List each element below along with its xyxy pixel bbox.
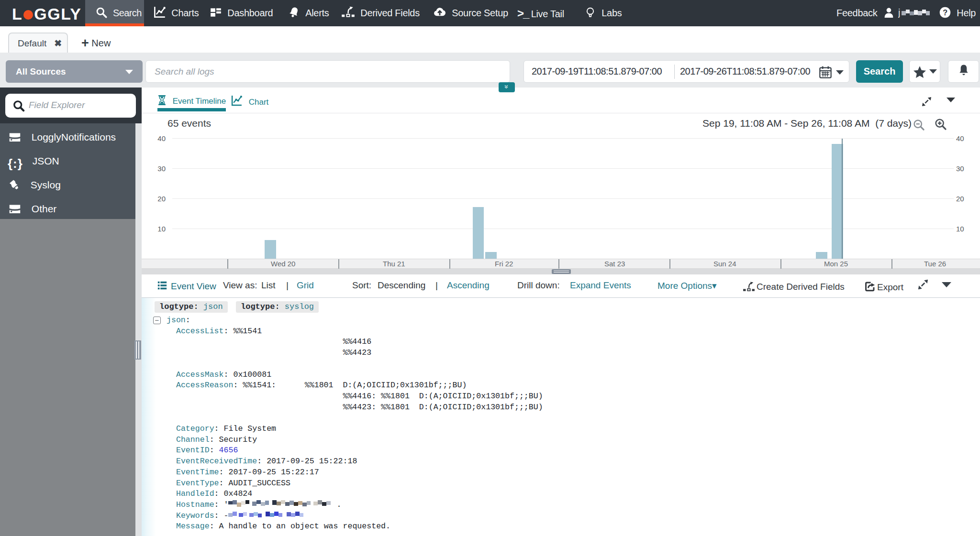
svg-text:?: ?: [943, 8, 947, 17]
svg-text:j: j: [898, 7, 900, 18]
